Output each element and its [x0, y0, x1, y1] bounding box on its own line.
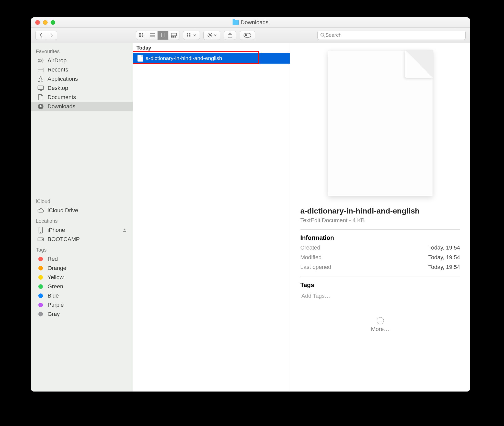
- forward-button[interactable]: [46, 31, 57, 40]
- svg-point-39: [40, 232, 41, 232]
- preview-subtitle: TextEdit Document - 4 KB: [300, 217, 460, 224]
- sidebar-item-label: Orange: [48, 265, 66, 271]
- info-key: Modified: [300, 254, 322, 261]
- back-button[interactable]: [36, 31, 46, 40]
- sidebar-item-documents[interactable]: Documents: [31, 93, 133, 102]
- svg-rect-1: [142, 33, 143, 34]
- recents-icon: [37, 67, 44, 73]
- svg-rect-0: [139, 33, 141, 34]
- sidebar-tag-item[interactable]: Orange: [31, 264, 133, 273]
- applications-icon: [37, 76, 44, 82]
- sidebar-item-label: iPhone: [48, 227, 65, 233]
- svg-rect-16: [187, 35, 188, 37]
- sidebar-section-locations: Locations: [31, 215, 133, 226]
- sidebar-tag-item[interactable]: Red: [31, 254, 133, 264]
- sidebar-tag-item[interactable]: Blue: [31, 291, 133, 300]
- tag-icon: [244, 33, 251, 38]
- sidebar-item-applications[interactable]: Applications: [31, 74, 133, 84]
- tag-dot-icon: [37, 312, 44, 316]
- sidebar-item-bootcamp[interactable]: BOOTCAMP: [31, 235, 133, 244]
- svg-rect-15: [189, 33, 190, 34]
- preview-info-row: CreatedToday, 19:54: [300, 243, 460, 253]
- svg-rect-33: [38, 68, 43, 72]
- info-value: Today, 19:54: [428, 264, 460, 270]
- sidebar-item-label: Green: [48, 283, 63, 290]
- sidebar-item-airdrop[interactable]: AirDrop: [31, 56, 133, 65]
- sidebar-item-iphone[interactable]: iPhone: [31, 226, 133, 235]
- chevron-down-icon: [214, 34, 216, 36]
- svg-rect-14: [187, 33, 188, 34]
- svg-line-31: [324, 36, 325, 38]
- sidebar-tag-item[interactable]: Yellow: [31, 273, 133, 282]
- window-body: Favourites AirDrop Recents Applications …: [31, 43, 470, 392]
- view-switcher: [136, 31, 179, 40]
- sidebar-item-recents[interactable]: Recents: [31, 65, 133, 74]
- sidebar-tag-item[interactable]: Green: [31, 282, 133, 291]
- zoom-window-button[interactable]: [51, 20, 55, 25]
- group-by-button[interactable]: [183, 31, 200, 40]
- sidebar-item-downloads[interactable]: Downloads: [31, 102, 133, 111]
- chevron-down-icon: [193, 34, 196, 36]
- svg-rect-35: [38, 86, 43, 90]
- share-icon: [228, 32, 232, 38]
- info-value: Today, 19:54: [428, 244, 460, 251]
- svg-point-29: [245, 34, 247, 36]
- sidebar-item-desktop[interactable]: Desktop: [31, 84, 133, 93]
- iphone-icon: [37, 227, 44, 233]
- preview-info-row: ModifiedToday, 19:54: [300, 253, 460, 262]
- view-icon-button[interactable]: [136, 31, 147, 40]
- preview-info-header: Information: [300, 234, 460, 241]
- view-list-button[interactable]: [147, 31, 158, 40]
- sidebar-tag-item[interactable]: Gray: [31, 310, 133, 319]
- search-field[interactable]: [317, 31, 466, 40]
- add-tags-field[interactable]: Add Tags…: [300, 290, 460, 302]
- sidebar-section-tags: Tags: [31, 244, 133, 254]
- sidebar-item-label: AirDrop: [48, 57, 67, 64]
- airdrop-icon: [37, 57, 44, 64]
- view-column-button[interactable]: [158, 31, 168, 40]
- sidebar-item-label: iCloud Drive: [48, 207, 78, 214]
- tag-dot-icon: [37, 266, 44, 270]
- downloads-icon: [37, 103, 44, 110]
- sidebar-item-label: Recents: [48, 66, 68, 73]
- close-window-button[interactable]: [35, 20, 40, 25]
- tag-dot-icon: [37, 293, 44, 298]
- file-group-header: Today: [133, 43, 290, 53]
- folder-icon: [233, 20, 239, 25]
- cloud-icon: [37, 208, 44, 213]
- divider: [300, 277, 460, 277]
- preview-info-row: Last openedToday, 19:54: [300, 262, 460, 272]
- drive-icon: [37, 237, 44, 242]
- desktop-icon: [37, 85, 44, 91]
- minimize-window-button[interactable]: [43, 20, 48, 25]
- svg-rect-12: [173, 37, 174, 37]
- toolbar: [31, 28, 470, 43]
- svg-point-18: [209, 34, 211, 36]
- sidebar-item-icloud-drive[interactable]: iCloud Drive: [31, 206, 133, 215]
- nav-buttons: [35, 31, 57, 40]
- eject-icon[interactable]: [122, 228, 127, 232]
- share-button[interactable]: [224, 31, 236, 40]
- file-name: a-dictionary-in-hindi-and-english: [146, 55, 222, 61]
- svg-rect-3: [142, 36, 143, 37]
- more-button[interactable]: ⋯ More…: [371, 317, 389, 333]
- gear-icon: [207, 33, 212, 38]
- sidebar-item-label: Purple: [48, 302, 64, 308]
- view-gallery-button[interactable]: [168, 31, 179, 40]
- sidebar: Favourites AirDrop Recents Applications …: [31, 43, 133, 392]
- sidebar-item-label: Red: [48, 256, 58, 262]
- sidebar-tag-item[interactable]: Purple: [31, 300, 133, 310]
- tag-dot-icon: [37, 303, 44, 307]
- file-column: Today a-dictionary-in-hindi-and-english: [133, 43, 290, 392]
- svg-rect-11: [171, 37, 172, 37]
- more-label: More…: [371, 326, 389, 333]
- action-menu-button[interactable]: [203, 31, 220, 40]
- edit-tags-button[interactable]: [240, 31, 255, 40]
- sidebar-item-label: Desktop: [48, 85, 68, 91]
- tag-dot-icon: [37, 257, 44, 261]
- file-row[interactable]: a-dictionary-in-hindi-and-english: [133, 53, 290, 64]
- titlebar: Downloads: [31, 17, 470, 28]
- finder-window: Downloads: [31, 17, 470, 392]
- search-input[interactable]: [325, 32, 463, 38]
- window-title: Downloads: [233, 19, 269, 26]
